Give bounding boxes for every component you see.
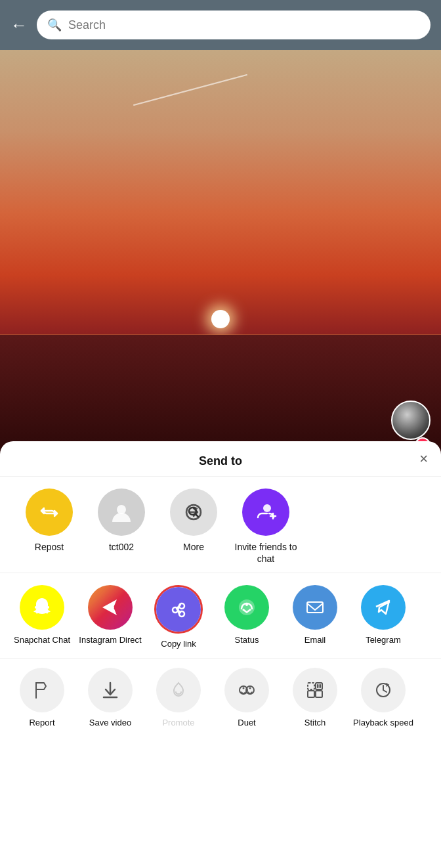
telegram-label: Telegram xyxy=(366,635,400,646)
header: ← 🔍 xyxy=(0,0,441,50)
copy-link-highlight xyxy=(154,585,203,634)
app-item-email[interactable]: Email xyxy=(281,585,349,646)
app-item-instagram[interactable]: Instagram Direct xyxy=(76,585,144,646)
playback-speed-icon xyxy=(361,668,406,712)
sheet-title: Send to xyxy=(199,454,242,468)
save-video-label: Save video xyxy=(89,718,131,727)
sun xyxy=(211,310,230,328)
tct002-avatar xyxy=(98,488,145,536)
email-label: Email xyxy=(304,635,326,646)
action-item-promote[interactable]: Promote xyxy=(144,668,213,727)
svg-rect-15 xyxy=(307,602,323,613)
stitch-label: Stitch xyxy=(304,718,326,727)
sheet-header: Send to × xyxy=(0,441,441,477)
app-item-snapchat[interactable]: Snapchat Chat xyxy=(8,585,76,646)
copy-link-icon xyxy=(156,587,201,632)
app-item-telegram[interactable]: Telegram xyxy=(349,585,417,646)
tct002-label: tct002 xyxy=(109,541,134,553)
svg-rect-25 xyxy=(308,691,314,697)
action-item-playback-speed[interactable]: Playback speed xyxy=(349,668,417,727)
actions-row: Report Save video Promote xyxy=(0,659,441,735)
copy-link-label: Copy link xyxy=(161,639,196,650)
invite-icon xyxy=(242,488,289,536)
instagram-icon xyxy=(88,585,133,630)
duet-icon xyxy=(224,668,269,712)
action-item-duet[interactable]: Duet xyxy=(213,668,281,727)
svg-rect-23 xyxy=(308,683,314,689)
svg-point-14 xyxy=(245,603,248,606)
invite-label: Invite friends to chat xyxy=(230,541,302,565)
back-button[interactable]: ← xyxy=(10,15,28,35)
svg-point-0 xyxy=(117,505,126,514)
snapchat-icon xyxy=(20,585,64,630)
video-background: + xyxy=(0,50,441,460)
stitch-icon xyxy=(293,668,337,712)
avatar[interactable] xyxy=(391,401,430,440)
svg-point-21 xyxy=(243,687,245,689)
svg-rect-26 xyxy=(316,691,322,697)
telegram-icon xyxy=(361,585,406,630)
svg-rect-24 xyxy=(316,683,322,689)
whatsapp-label: Status xyxy=(235,635,259,646)
app-item-copy-link[interactable]: Copy link xyxy=(144,585,213,650)
close-button[interactable]: × xyxy=(419,452,428,466)
apps-row: Snapchat Chat Instagram Direct xyxy=(0,573,441,658)
svg-rect-28 xyxy=(320,684,322,688)
contact-item-more[interactable]: More xyxy=(158,488,230,553)
search-input[interactable] xyxy=(68,18,420,32)
promote-label: Promote xyxy=(162,718,194,727)
contacts-row: Repost tct002 xyxy=(0,477,441,573)
action-item-report[interactable]: Report xyxy=(8,668,76,727)
svg-line-4 xyxy=(196,514,199,517)
repost-icon xyxy=(26,488,73,536)
more-label: More xyxy=(183,541,204,553)
more-icon xyxy=(170,488,217,536)
svg-point-5 xyxy=(263,504,271,512)
action-item-save-video[interactable]: Save video xyxy=(76,668,144,727)
report-label: Report xyxy=(29,718,54,727)
save-video-icon xyxy=(88,668,133,712)
whatsapp-icon xyxy=(224,585,269,630)
repost-label: Repost xyxy=(35,541,64,553)
instagram-label: Instagram Direct xyxy=(79,635,141,646)
contact-item-tct002[interactable]: tct002 xyxy=(85,488,158,553)
search-icon: 🔍 xyxy=(47,18,62,32)
duet-label: Duet xyxy=(238,718,255,727)
bottom-sheet: Send to × Repost xyxy=(0,441,441,868)
app-item-whatsapp[interactable]: Status xyxy=(213,585,281,646)
contact-item-repost[interactable]: Repost xyxy=(13,488,85,553)
svg-rect-27 xyxy=(317,684,319,688)
email-icon xyxy=(293,585,337,630)
search-bar: 🔍 xyxy=(37,11,430,39)
contact-item-invite[interactable]: Invite friends to chat xyxy=(230,488,302,565)
report-icon xyxy=(20,668,64,712)
contrail xyxy=(133,74,247,106)
svg-point-22 xyxy=(249,687,251,689)
snapchat-label: Snapchat Chat xyxy=(14,635,70,646)
promote-icon xyxy=(156,668,201,712)
action-item-stitch[interactable]: Stitch xyxy=(281,668,349,727)
playback-speed-label: Playback speed xyxy=(353,718,413,727)
